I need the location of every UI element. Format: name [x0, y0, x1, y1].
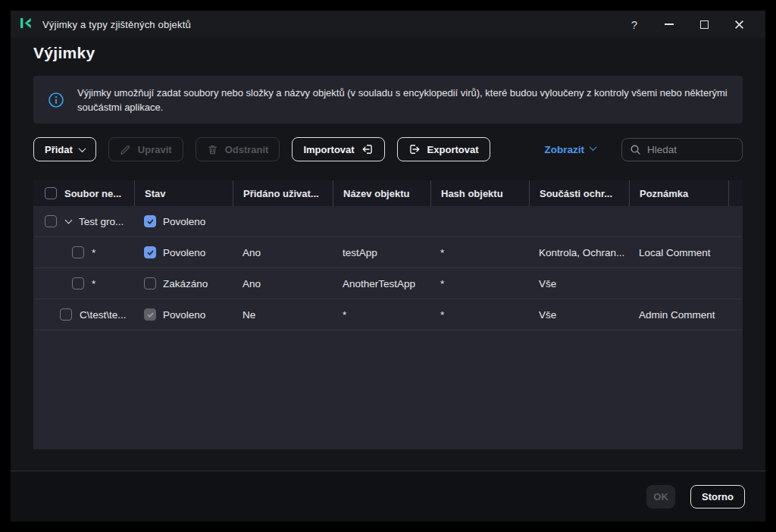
chevron-down-icon [78, 145, 86, 152]
import-button-label: Importovat [303, 144, 354, 155]
close-button[interactable] [721, 11, 756, 38]
search-input[interactable] [647, 144, 734, 155]
export-icon [408, 143, 421, 155]
add-button-label: Přidat [45, 144, 73, 155]
row-checkbox[interactable] [72, 277, 84, 289]
titlebar: Výjimky a typy zjištěných objektů ? [11, 11, 765, 38]
minimize-button[interactable] [652, 11, 687, 38]
row-checkbox[interactable] [60, 308, 72, 321]
cell-object-name: AnotherTestApp [333, 278, 430, 289]
cell-protection-components: Vše [529, 309, 629, 321]
cancel-button[interactable]: Storno [690, 485, 745, 509]
header-object-hash: Hash objektu [430, 180, 529, 206]
info-text: Výjimky umožňují zadat soubory nebo slož… [77, 86, 743, 114]
ok-button[interactable]: OK [646, 485, 675, 509]
view-dropdown[interactable]: Zobrazit [545, 144, 596, 155]
table-header-row: Soubor ne... Stav Přidáno uživat... Náze… [33, 180, 743, 206]
check-icon [146, 249, 155, 257]
cell-object-name: * [333, 309, 430, 321]
group-name: Test gro... [79, 216, 124, 227]
cell-object-hash: * [430, 278, 529, 289]
header-spacer [728, 180, 743, 206]
search-box [621, 138, 743, 161]
table-row[interactable]: * Zakázáno Ano AnotherTestApp * Vše [33, 268, 743, 299]
chevron-down-icon [590, 143, 597, 151]
cell-comment: Admin Comment [629, 309, 728, 321]
cell-object-name: testApp [333, 247, 430, 258]
status-label: Povoleno [163, 309, 205, 321]
table-row[interactable]: * Povoleno Ano testApp * Kontrola, Ochra… [33, 237, 743, 268]
footer: OK Storno [11, 471, 765, 521]
row-checkbox[interactable] [72, 246, 84, 258]
help-icon: ? [631, 18, 637, 31]
cell-file-name: * [33, 246, 134, 258]
cell-file-name: Test gro... [33, 215, 134, 227]
cell-object-hash: * [430, 247, 529, 258]
cell-file-name: C\test\te... [33, 308, 134, 321]
edit-button-label: Upravit [138, 144, 172, 155]
info-icon [48, 92, 64, 108]
cell-status: Povoleno [134, 215, 233, 227]
screen: Výjimky a typy zjištěných objektů ? [0, 0, 776, 532]
table-empty-area [33, 330, 743, 449]
pencil-icon [120, 144, 131, 155]
header-protection-components: Součásti ochr... [529, 180, 629, 206]
window-controls: ? [617, 11, 756, 38]
check-icon [146, 217, 155, 226]
export-button-label: Exportovat [427, 144, 479, 155]
app-window: Výjimky a typy zjištěných objektů ? [11, 11, 765, 521]
import-button[interactable]: Importovat [292, 137, 384, 161]
cell-protection-components: Vše [529, 278, 629, 289]
file-name: * [92, 278, 95, 289]
cell-added-by-user: Ne [233, 309, 333, 321]
cell-protection-components: Kontrola, Ochran... [529, 247, 629, 258]
select-all-checkbox[interactable] [45, 187, 57, 199]
info-banner: Výjimky umožňují zadat soubory nebo slož… [33, 76, 743, 124]
status-checkbox-disabled [144, 308, 156, 321]
header-label: Soubor ne... [64, 188, 121, 199]
cell-object-hash: * [430, 309, 529, 321]
collapse-chevron-icon[interactable] [65, 217, 73, 224]
status-checkbox[interactable] [144, 246, 156, 258]
cell-comment: Local Comment [629, 247, 728, 258]
status-checkbox[interactable] [144, 215, 156, 227]
status-label: Povoleno [163, 216, 205, 227]
cell-status: Zakázáno [134, 277, 233, 289]
minimize-icon [665, 23, 674, 25]
row-checkbox[interactable] [45, 215, 57, 227]
table-row[interactable]: C\test\te... Povoleno Ne * * Vše Admin C… [33, 299, 743, 330]
window-title: Výjimky a typy zjištěných objektů [42, 19, 191, 30]
page-title: Výjimky [33, 44, 95, 62]
kaspersky-logo-icon [19, 16, 33, 33]
view-dropdown-label: Zobrazit [545, 144, 585, 155]
search-icon [630, 144, 641, 155]
table-row-group[interactable]: Test gro... Povoleno [33, 206, 743, 237]
header-added-by-user: Přidáno uživat... [233, 180, 333, 206]
check-icon [146, 311, 155, 319]
header-comment: Poznámka [629, 180, 728, 206]
status-label: Povoleno [163, 247, 205, 258]
cell-status: Povoleno [134, 308, 233, 321]
help-button[interactable]: ? [617, 11, 652, 38]
maximize-button[interactable] [687, 11, 721, 38]
close-icon [734, 20, 744, 30]
cell-added-by-user: Ano [233, 278, 333, 289]
header-status: Stav [134, 180, 233, 206]
exclusions-table: Soubor ne... Stav Přidáno uživat... Náze… [33, 180, 743, 449]
import-icon [361, 143, 374, 155]
edit-button[interactable]: Upravit [108, 137, 183, 161]
delete-button[interactable]: Odstranit [196, 137, 280, 161]
trash-icon [207, 144, 218, 155]
maximize-icon [700, 20, 709, 29]
file-name: C\test\te... [80, 309, 127, 321]
status-checkbox[interactable] [144, 277, 156, 289]
cell-added-by-user: Ano [233, 247, 333, 258]
toolbar: Přidat Upravit Odstranit Importovat [33, 137, 743, 161]
header-file-name: Soubor ne... [33, 180, 134, 206]
export-button[interactable]: Exportovat [397, 137, 490, 161]
add-button[interactable]: Přidat [33, 137, 96, 161]
cell-status: Povoleno [134, 246, 233, 258]
delete-button-label: Odstranit [225, 144, 269, 155]
status-label: Zakázáno [163, 278, 208, 289]
file-name: * [92, 247, 95, 258]
